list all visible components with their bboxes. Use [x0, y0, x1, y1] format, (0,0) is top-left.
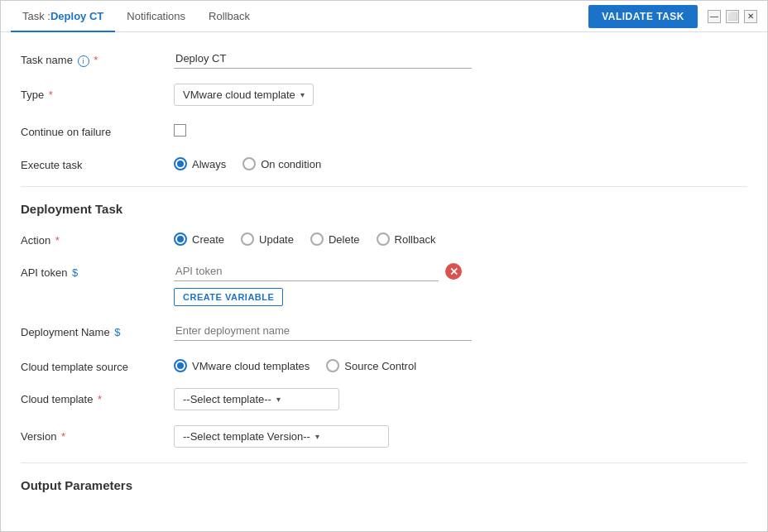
cloud-template-vmware-option[interactable]: VMware cloud templates	[174, 359, 310, 372]
type-label: Type *	[21, 84, 174, 101]
version-chevron-icon: ▾	[315, 432, 319, 441]
task-name-row: Task name i *	[21, 49, 747, 69]
api-token-variable-icon: $	[72, 266, 78, 279]
create-variable-button[interactable]: CREATE VARIABLE	[174, 288, 283, 306]
continue-on-failure-checkbox[interactable]	[174, 124, 186, 137]
cloud-template-source-control: VMware cloud templates Source Control	[174, 356, 747, 372]
tab-bar: Task :Deploy CT Notifications Rollback V…	[1, 1, 767, 32]
cloud-template-control: --Select template-- ▾	[174, 388, 747, 410]
cloud-template-select[interactable]: --Select template-- ▾	[174, 388, 339, 410]
execute-task-oncondition-option[interactable]: On condition	[242, 157, 321, 170]
type-required: *	[49, 89, 53, 101]
api-token-control: ✕ CREATE VARIABLE	[174, 261, 747, 306]
cloud-template-source-row: Cloud template source VMware cloud templ…	[21, 356, 747, 373]
task-name-label: Task name i *	[21, 49, 174, 67]
execute-task-control: Always On condition	[174, 154, 747, 170]
cloud-template-chevron-icon: ▾	[276, 395, 281, 404]
type-chevron-icon: ▾	[300, 90, 305, 99]
tab-task[interactable]: Task :Deploy CT	[11, 2, 115, 32]
action-rollback-option[interactable]: Rollback	[377, 232, 436, 246]
action-rollback-radio[interactable]	[377, 232, 390, 246]
api-token-input[interactable]	[174, 261, 439, 281]
cloud-template-source-label: Cloud template source	[21, 356, 174, 373]
execute-always-radio[interactable]	[174, 157, 187, 170]
action-delete-option[interactable]: Delete	[310, 232, 360, 246]
action-update-option[interactable]: Update	[241, 232, 294, 246]
action-create-radio[interactable]	[174, 232, 187, 246]
task-name-control	[174, 49, 747, 69]
continue-on-failure-row: Continue on failure	[21, 121, 747, 139]
cloud-template-source-control-radio[interactable]	[326, 359, 339, 372]
task-name-info-icon: i	[78, 55, 89, 67]
tab-task-prefix: Task :	[22, 10, 50, 22]
deployment-name-control	[174, 321, 747, 341]
type-control: VMware cloud template ▾	[174, 84, 747, 106]
version-row: Version * --Select template Version-- ▾	[21, 425, 747, 448]
cloud-template-vmware-radio[interactable]	[174, 359, 187, 372]
deployment-name-variable-icon: $	[114, 326, 120, 338]
execute-task-label: Execute task	[21, 154, 174, 171]
tab-task-name: Deploy CT	[50, 10, 103, 22]
cloud-template-required: *	[98, 393, 102, 405]
deployment-name-label: Deployment Name $	[21, 321, 174, 338]
continue-on-failure-label: Continue on failure	[21, 121, 174, 138]
execute-always-radio-dot	[177, 161, 184, 167]
main-window: Task :Deploy CT Notifications Rollback V…	[0, 0, 768, 532]
task-name-input[interactable]	[174, 49, 472, 69]
execute-task-row: Execute task Always On condition	[21, 154, 747, 171]
execute-task-radio-group: Always On condition	[174, 154, 747, 170]
action-delete-radio[interactable]	[310, 232, 324, 246]
tab-notifications[interactable]: Notifications	[115, 2, 197, 32]
restore-button[interactable]: ⬜	[726, 10, 739, 23]
task-name-required: *	[94, 54, 98, 66]
api-token-error-icon: ✕	[445, 263, 462, 280]
deployment-name-input[interactable]	[174, 321, 472, 341]
window-controls: — ⬜ ✕	[708, 10, 757, 23]
action-required: *	[55, 234, 60, 247]
main-content: Task name i * Type * VMware cloud templa…	[1, 32, 767, 531]
version-select[interactable]: --Select template Version-- ▾	[174, 425, 389, 448]
action-create-option[interactable]: Create	[174, 232, 224, 246]
minimize-button[interactable]: —	[708, 10, 721, 23]
validate-task-button[interactable]: VALIDATE TASK	[588, 5, 698, 28]
type-select[interactable]: VMware cloud template ▾	[174, 84, 314, 106]
action-row: Action * Create Update	[21, 229, 747, 247]
api-token-input-wrap: ✕	[174, 261, 747, 281]
cloud-template-row: Cloud template * --Select template-- ▾	[21, 388, 747, 410]
output-parameters-heading: Output Parameters	[21, 478, 747, 492]
action-label: Action *	[21, 229, 174, 247]
action-radio-group: Create Update Delete Rollback	[174, 229, 747, 246]
action-create-radio-dot	[177, 236, 184, 242]
version-label: Version *	[21, 425, 174, 443]
close-button[interactable]: ✕	[744, 10, 757, 23]
execute-oncondition-radio[interactable]	[242, 157, 256, 170]
section-divider-1	[21, 186, 747, 187]
api-token-label: API token $	[21, 261, 174, 279]
execute-task-always-option[interactable]: Always	[174, 157, 226, 170]
version-control: --Select template Version-- ▾	[174, 425, 747, 448]
api-token-row: API token $ ✕ CREATE VARIABLE	[21, 261, 747, 306]
cloud-template-source-control-option[interactable]: Source Control	[326, 359, 416, 372]
tab-rollback[interactable]: Rollback	[197, 2, 262, 32]
cloud-template-vmware-radio-dot	[177, 362, 184, 369]
type-row: Type * VMware cloud template ▾	[21, 84, 747, 106]
version-required: *	[61, 430, 65, 443]
cloud-template-label: Cloud template *	[21, 388, 174, 405]
cloud-template-source-radio-group: VMware cloud templates Source Control	[174, 356, 747, 372]
section-divider-2	[21, 463, 747, 463]
action-update-radio[interactable]	[241, 232, 254, 246]
deployment-task-heading: Deployment Task	[21, 202, 747, 216]
action-control: Create Update Delete Rollback	[174, 229, 747, 246]
continue-on-failure-control	[174, 121, 747, 139]
deployment-name-row: Deployment Name $	[21, 321, 747, 341]
